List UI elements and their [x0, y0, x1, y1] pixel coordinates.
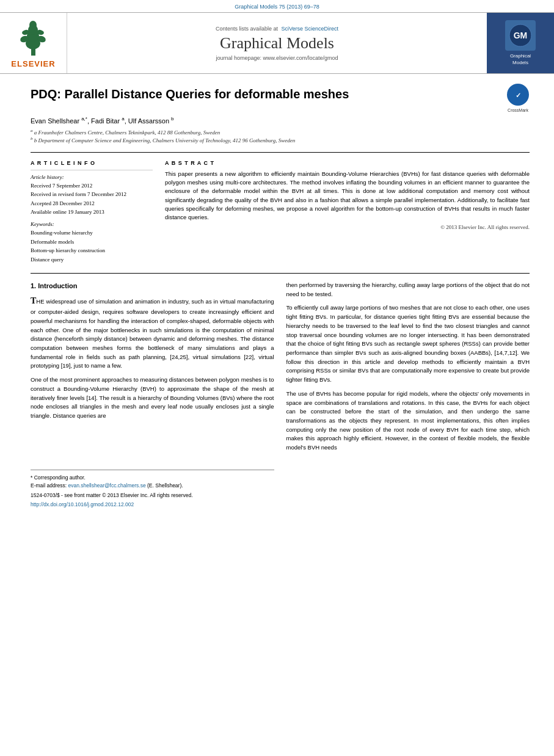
intro-paragraph-2: One of the most prominent approaches to … [31, 376, 274, 421]
sciverse-link[interactable]: SciVerse ScienceDirect [282, 26, 339, 32]
body-divider [31, 273, 530, 274]
elsevier-brand-text: ELSEVIER [11, 59, 55, 68]
email-address[interactable]: evan.shellshear@fcc.chalmers.se [68, 482, 145, 489]
abstract-panel: A B S T R A C T This paper presents a ne… [165, 160, 530, 264]
available-date: Available online 19 January 2013 [31, 209, 104, 215]
journal-title-panel: Contents lists available at SciVerse Sci… [67, 13, 487, 73]
journal-reference-text: Graphical Models 75 (2013) 69–78 [235, 4, 319, 10]
svg-text:✓: ✓ [516, 92, 521, 99]
keyword-2: Deformable models [31, 239, 74, 245]
email-label: E-mail address: [31, 482, 67, 489]
intro-heading: 1. Introduction [31, 281, 274, 291]
info-abstract-section: A R T I C L E I N F O Article history: R… [31, 160, 530, 264]
right-para-2: To efficiently cull away large portions … [286, 303, 530, 384]
issn-line: 1524-0703/$ - see front matter © 2013 El… [31, 492, 274, 500]
corresponding-author-note: * Corresponding author. [31, 474, 274, 482]
keyword-4: Distance query [31, 256, 64, 263]
main-content: PDQ: Parallel Distance Queries for defor… [0, 74, 554, 521]
abstract-title: A B S T R A C T [165, 160, 530, 166]
gm-journal-badge: GM GraphicalModels [505, 20, 536, 66]
affiliations: a a Fraunhofer Chalmers Centre, Chalmers… [31, 128, 530, 145]
email-suffix: (E. Shellshear). [147, 482, 183, 489]
article-dates: Received 7 September 2012 Received in re… [31, 181, 153, 217]
doi-link[interactable]: http://dx.doi.org/10.1016/j.gmod.2012.12… [31, 501, 134, 507]
article-title: PDQ: Parallel Distance Queries for defor… [31, 86, 500, 102]
journal-homepage: journal homepage: www.elsevier.com/locat… [216, 55, 338, 61]
intro-paragraph-1: THE widespread use of simulation and ani… [31, 294, 274, 371]
keywords-label: Keywords: [31, 221, 153, 227]
gm-logo-icon: GM [508, 23, 533, 48]
elsevier-tree-icon [13, 18, 53, 57]
gm-icon: GM [505, 20, 536, 51]
abstract-text: This paper presents a new algorithm to e… [165, 170, 530, 222]
elsevier-logo-panel: ELSEVIER [0, 13, 67, 73]
history-label: Article history: [31, 174, 153, 180]
article-info-panel: A R T I C L E I N F O Article history: R… [31, 160, 153, 264]
gm-badge-title: GraphicalModels [510, 53, 531, 66]
article-info-title: A R T I C L E I N F O [31, 160, 153, 166]
right-para-1: then performed by traversing the hierarc… [286, 281, 530, 299]
svg-point-4 [29, 21, 37, 29]
journal-title: Graphical Models [220, 34, 334, 53]
intro-para1-text: HE widespread use of simulation and anim… [31, 298, 274, 369]
body-columns: 1. Introduction THE widespread use of si… [31, 281, 530, 509]
crossmark-badge[interactable]: ✓ CrossMark [506, 83, 530, 112]
affiliation-b: b Department of Computer Science and Eng… [34, 137, 296, 144]
journal-header: ELSEVIER Contents lists available at Sci… [0, 12, 554, 74]
contents-text: Contents lists available at [216, 26, 278, 32]
accepted-date: Accepted 28 December 2012 [31, 200, 95, 206]
gm-badge-panel: GM GraphicalModels [487, 13, 554, 73]
revised-date: Received in revised form 7 December 2012 [31, 191, 126, 197]
keywords-list: Bounding-volume hierarchy Deformable mod… [31, 228, 153, 264]
email-line: E-mail address: evan.shellshear@fcc.chal… [31, 482, 274, 490]
footnote-section: * Corresponding author. E-mail address: … [31, 470, 274, 509]
keyword-3: Bottom-up hierarchy construction [31, 247, 105, 253]
copyright-line: © 2013 Elsevier Inc. All rights reserved… [165, 224, 530, 230]
elsevier-logo: ELSEVIER [11, 18, 55, 68]
affiliation-a: a Fraunhofer Chalmers Centre, Chalmers T… [34, 129, 220, 136]
right-para-3: The use of BVHs has become popular for r… [286, 390, 530, 453]
doi-line: http://dx.doi.org/10.1016/j.gmod.2012.12… [31, 501, 274, 509]
title-divider [31, 152, 530, 153]
body-right-column: then performed by traversing the hierarc… [286, 281, 530, 509]
authors-line: Evan Shellshear a,*, Fadi Bitar a, Ulf A… [31, 116, 530, 125]
info-divider [31, 170, 153, 170]
body-left-column: 1. Introduction THE widespread use of si… [31, 281, 274, 509]
received-date: Received 7 September 2012 [31, 183, 92, 189]
journal-reference-bar: Graphical Models 75 (2013) 69–78 [0, 0, 554, 12]
svg-text:GM: GM [514, 31, 528, 40]
keyword-1: Bounding-volume hierarchy [31, 230, 93, 236]
contents-available-line: Contents lists available at SciVerse Sci… [216, 26, 338, 32]
